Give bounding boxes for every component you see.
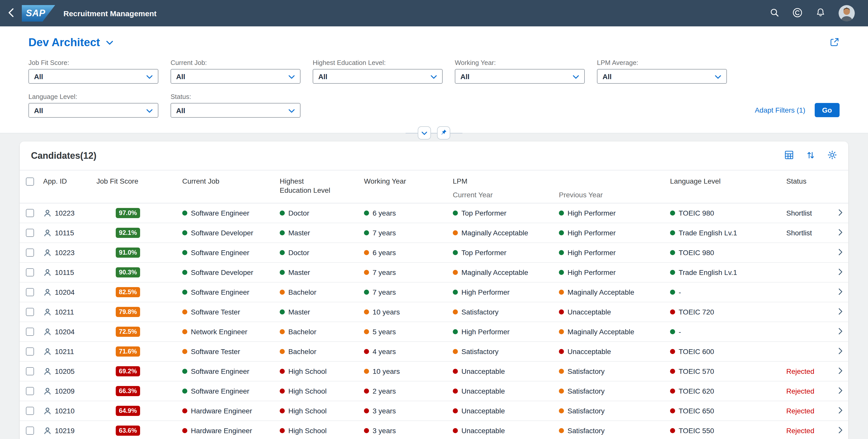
chevron-right-icon[interactable] (838, 248, 843, 258)
status-dot (453, 290, 458, 295)
row-checkbox[interactable] (26, 269, 34, 277)
chevron-right-icon[interactable] (838, 268, 843, 277)
status-dot (453, 409, 458, 414)
app-id-value: 10210 (55, 407, 74, 415)
status-cell: Rejected (786, 427, 833, 435)
filter-select-4[interactable]: All (597, 69, 727, 84)
table-row[interactable]: 10209 66.3% Software Engineer High Schoo… (20, 382, 848, 402)
job-fit-score-badge: 97.0% (116, 208, 140, 218)
chevron-right-icon[interactable] (838, 327, 843, 337)
table-row[interactable]: 10223 91.0% Software Engineer Doctor 6 y… (20, 243, 848, 263)
row-checkbox[interactable] (26, 348, 34, 356)
row-nav-cell (833, 327, 848, 337)
lpm-previous-year-cell: Satisfactory (559, 368, 670, 376)
job-fit-score-badge: 92.1% (116, 228, 140, 238)
row-checkbox[interactable] (26, 407, 34, 415)
status-dot (453, 310, 458, 315)
current-job-cell: Hardware Engineer (182, 427, 280, 435)
education-cell: Master (280, 269, 364, 277)
filter-field: Language Level: All (28, 93, 158, 118)
working-year-cell: 6 years (364, 249, 453, 257)
status-dot (559, 231, 564, 236)
person-icon (43, 328, 52, 336)
chevron-right-icon[interactable] (838, 367, 843, 376)
table-row[interactable]: 10204 72.5% Network Engineer Bachelor 5 … (20, 322, 848, 342)
page-title-dropdown[interactable]: Dev Architect (28, 36, 113, 49)
row-checkbox[interactable] (26, 308, 34, 316)
table-row[interactable]: 10211 71.6% Software Tester Bachelor 4 y… (20, 342, 848, 362)
lpm-previous-year-cell: High Performer (559, 209, 670, 217)
export-button[interactable] (784, 150, 794, 161)
table-row[interactable]: 10223 97.0% Software Engineer Doctor 6 y… (20, 204, 848, 224)
row-select-cell (20, 249, 43, 257)
row-checkbox[interactable] (26, 368, 34, 376)
row-checkbox[interactable] (26, 328, 34, 336)
lpm-previous-year-cell: Maginally Acceptable (559, 289, 670, 297)
back-button[interactable] (8, 8, 14, 19)
chevron-right-icon[interactable] (838, 426, 843, 436)
filter-label: Working Year: (455, 59, 585, 66)
education-cell: Bachelor (280, 289, 364, 297)
filter-select-6[interactable]: All (170, 103, 301, 118)
filter-select-3[interactable]: All (455, 69, 585, 84)
education-cell: Bachelor (280, 328, 364, 336)
row-checkbox[interactable] (26, 209, 34, 217)
lpm-previous-year-cell: Unacceptable (559, 308, 670, 316)
app-id-value: 10115 (55, 229, 74, 237)
avatar[interactable] (839, 5, 855, 21)
working-year-cell: 2 years (364, 387, 453, 395)
status-dot (280, 290, 285, 295)
adapt-filters-link[interactable]: Adapt Filters (1) (755, 106, 805, 114)
status-dot (670, 330, 675, 335)
filter-select-0[interactable]: All (28, 69, 158, 84)
collapse-header-button[interactable] (418, 126, 431, 139)
select-all-checkbox[interactable] (26, 177, 34, 185)
job-fit-score-badge: 71.6% (116, 347, 140, 357)
pin-header-button[interactable] (437, 126, 450, 139)
status-dot (559, 330, 564, 335)
go-button[interactable]: Go (814, 103, 840, 117)
page-header: Dev Architect Job Fit Score: All Current… (0, 26, 868, 133)
chevron-right-icon[interactable] (838, 288, 843, 297)
chevron-right-icon[interactable] (838, 347, 843, 357)
notifications-button[interactable] (816, 8, 825, 19)
lpm-current-year-cell: Top Performer (453, 209, 559, 217)
chevron-right-icon[interactable] (838, 208, 843, 218)
search-button[interactable] (770, 8, 779, 19)
chevron-right-icon[interactable] (838, 386, 843, 396)
row-nav-cell (833, 228, 848, 238)
filter-field: LPM Average: All (597, 59, 727, 84)
table-row[interactable]: 10115 92.1% Software Developer Master 7 … (20, 224, 848, 243)
shell-bar: SAP Recruitment Management (0, 0, 868, 26)
table-row[interactable]: 10219 63.6% Hardware Engineer High Schoo… (20, 421, 848, 439)
row-checkbox[interactable] (26, 249, 34, 257)
table-row[interactable]: 10211 79.8% Software Tester Master 10 ye… (20, 303, 848, 322)
chevron-right-icon[interactable] (838, 228, 843, 238)
chevron-right-icon[interactable] (838, 406, 843, 416)
filter-select-1[interactable]: All (170, 69, 301, 84)
table-row[interactable]: 10205 69.2% Software Engineer High Schoo… (20, 362, 848, 382)
lpm-current-year-cell: Unacceptable (453, 387, 559, 395)
copilot-button[interactable] (793, 7, 803, 19)
table-row[interactable]: 10210 64.9% Hardware Engineer High Schoo… (20, 402, 848, 421)
row-checkbox[interactable] (26, 289, 34, 297)
settings-button[interactable] (827, 150, 837, 161)
chevron-right-icon[interactable] (838, 307, 843, 317)
person-icon (43, 268, 52, 277)
status-dot (182, 270, 187, 275)
row-checkbox[interactable] (26, 387, 34, 395)
person-icon (43, 288, 52, 297)
language-level-cell: TOEIC 720 (670, 308, 786, 316)
table-row[interactable]: 10115 90.3% Software Developer Master 7 … (20, 263, 848, 283)
chevron-down-icon (572, 72, 579, 80)
sort-button[interactable] (806, 150, 815, 161)
table-row[interactable]: 10204 82.5% Software Engineer Bachelor 7… (20, 283, 848, 303)
chevron-down-icon (146, 106, 153, 114)
filter-select-2[interactable]: All (313, 69, 443, 84)
filter-select-5[interactable]: All (28, 103, 158, 118)
row-checkbox[interactable] (26, 229, 34, 237)
search-icon (770, 8, 779, 19)
row-checkbox[interactable] (26, 427, 34, 435)
column-header-current-job: Current Job (182, 175, 280, 185)
share-button[interactable] (830, 37, 840, 48)
